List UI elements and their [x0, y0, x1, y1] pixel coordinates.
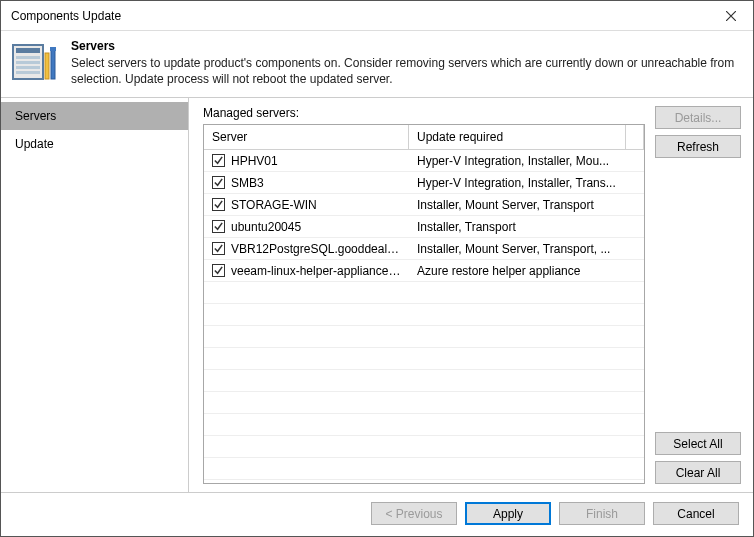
svg-rect-7 [51, 49, 55, 79]
window-title: Components Update [11, 9, 121, 23]
column-server[interactable]: Server [204, 125, 409, 149]
update-required: Hyper-V Integration, Installer, Trans... [409, 176, 644, 190]
checkbox[interactable] [212, 154, 225, 167]
table-row[interactable]: STORAGE-WINInstaller, Mount Server, Tran… [204, 194, 644, 216]
table-row [204, 304, 644, 326]
update-required: Hyper-V Integration, Installer, Mou... [409, 154, 644, 168]
table-row [204, 282, 644, 304]
sidebar-item-update[interactable]: Update [1, 130, 188, 158]
svg-rect-8 [50, 47, 56, 51]
update-required: Installer, Mount Server, Transport [409, 198, 644, 212]
titlebar: Components Update [1, 1, 753, 31]
checkbox[interactable] [212, 264, 225, 277]
table-row [204, 458, 644, 480]
header: Servers Select servers to update product… [1, 31, 753, 98]
column-spacer [626, 125, 644, 149]
table-row [204, 436, 644, 458]
checkbox[interactable] [212, 220, 225, 233]
spacer [655, 164, 741, 426]
svg-rect-1 [16, 48, 40, 53]
header-description: Select servers to update product's compo… [71, 55, 743, 87]
clear-all-button[interactable]: Clear All [655, 461, 741, 484]
table-row[interactable]: SMB3Hyper-V Integration, Installer, Tran… [204, 172, 644, 194]
body: Servers Update Managed servers: Server U… [1, 98, 753, 492]
table-row[interactable]: ubuntu20045Installer, Transport [204, 216, 644, 238]
update-required: Installer, Mount Server, Transport, ... [409, 242, 644, 256]
main-left: Managed servers: Server Update required … [203, 106, 645, 484]
table-row [204, 326, 644, 348]
table-row[interactable]: HPHV01Hyper-V Integration, Installer, Mo… [204, 150, 644, 172]
checkbox[interactable] [212, 198, 225, 211]
update-required: Azure restore helper appliance [409, 264, 644, 278]
sidebar-item-label: Update [15, 137, 54, 151]
footer: < Previous Apply Finish Cancel [1, 492, 753, 534]
server-name: ubuntu20045 [231, 220, 301, 234]
server-name: HPHV01 [231, 154, 278, 168]
svg-rect-5 [16, 71, 40, 74]
servers-grid: Server Update required HPHV01Hyper-V Int… [203, 124, 645, 484]
svg-rect-6 [45, 53, 49, 79]
svg-rect-2 [16, 56, 40, 59]
svg-rect-3 [16, 61, 40, 64]
svg-rect-4 [16, 66, 40, 69]
details-button[interactable]: Details... [655, 106, 741, 129]
previous-button[interactable]: < Previous [371, 502, 457, 525]
close-icon [726, 11, 736, 21]
sidebar: Servers Update [1, 98, 189, 492]
table-row [204, 392, 644, 414]
server-name: VBR12PostgreSQL.gooddealmar... [231, 242, 401, 256]
column-update[interactable]: Update required [409, 125, 626, 149]
apply-button[interactable]: Apply [465, 502, 551, 525]
refresh-button[interactable]: Refresh [655, 135, 741, 158]
table-row [204, 414, 644, 436]
server-name: veeam-linux-helper-appliance-c... [231, 264, 401, 278]
main: Managed servers: Server Update required … [189, 98, 753, 492]
table-row[interactable]: veeam-linux-helper-appliance-c...Azure r… [204, 260, 644, 282]
sidebar-item-servers[interactable]: Servers [1, 102, 188, 130]
checkbox[interactable] [212, 242, 225, 255]
finish-button[interactable]: Finish [559, 502, 645, 525]
table-row[interactable]: VBR12PostgreSQL.gooddealmar...Installer,… [204, 238, 644, 260]
header-title: Servers [71, 39, 743, 53]
update-required: Installer, Transport [409, 220, 644, 234]
side-buttons: Details... Refresh Select All Clear All [655, 106, 741, 484]
table-row [204, 480, 644, 484]
wizard-icon [11, 39, 59, 87]
checkbox[interactable] [212, 176, 225, 189]
close-button[interactable] [708, 1, 753, 31]
server-name: STORAGE-WIN [231, 198, 317, 212]
select-all-button[interactable]: Select All [655, 432, 741, 455]
table-row [204, 348, 644, 370]
grid-header: Server Update required [204, 125, 644, 150]
managed-servers-label: Managed servers: [203, 106, 645, 120]
table-row [204, 370, 644, 392]
header-text: Servers Select servers to update product… [71, 39, 743, 87]
sidebar-item-label: Servers [15, 109, 56, 123]
grid-body: HPHV01Hyper-V Integration, Installer, Mo… [204, 150, 644, 484]
cancel-button[interactable]: Cancel [653, 502, 739, 525]
server-name: SMB3 [231, 176, 264, 190]
